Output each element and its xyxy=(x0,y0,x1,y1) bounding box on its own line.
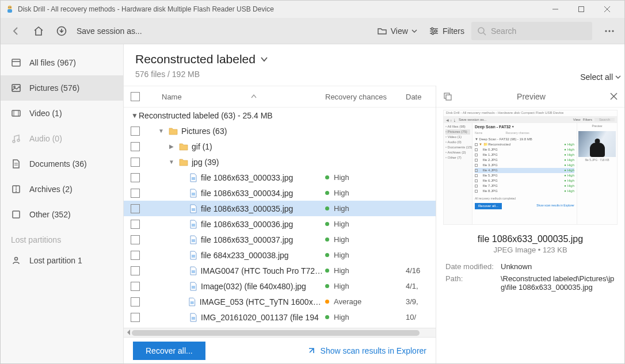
select-all-checkbox[interactable] xyxy=(131,92,140,101)
collapse-icon[interactable]: ▼ xyxy=(131,112,139,120)
sidebar-item-lostpartition1[interactable]: Lost partition 1 xyxy=(1,248,123,273)
filters-button[interactable]: Filters xyxy=(424,26,469,36)
folder-icon xyxy=(179,158,188,166)
row-checkbox[interactable] xyxy=(131,313,140,322)
more-button[interactable] xyxy=(599,21,620,41)
row-checkbox[interactable] xyxy=(131,173,140,182)
chevron-down-icon xyxy=(615,74,621,80)
expand-icon[interactable]: ▶ xyxy=(167,143,176,150)
sidebar-item-audio[interactable]: Audio (0) xyxy=(1,126,123,151)
breadcrumb-title[interactable]: Reconstructed labeled xyxy=(135,52,268,66)
preview-panel: Preview Disk Drill - All recovery method… xyxy=(436,86,624,363)
file-row[interactable]: IMAGE_053 (HTC_TyTN 1600x12... Average 3… xyxy=(124,294,436,309)
external-link-icon xyxy=(307,346,316,355)
sidebar-item-allfiles[interactable]: All files (967) xyxy=(1,50,123,75)
folder-row-gif[interactable]: ▶ gif (1) xyxy=(124,139,436,154)
file-date: 10/ xyxy=(406,313,429,321)
file-row[interactable]: file 1086x633_000034.jpg High xyxy=(124,185,436,201)
row-checkbox[interactable] xyxy=(131,142,140,151)
recovery-dot-icon xyxy=(325,191,329,195)
row-checkbox[interactable] xyxy=(131,158,140,167)
row-checkbox[interactable] xyxy=(131,235,140,244)
mini-link: Show scan results in Explorer xyxy=(536,203,574,208)
svg-rect-46 xyxy=(446,95,451,100)
show-in-explorer-link[interactable]: Show scan results in Explorer xyxy=(307,346,426,355)
other-icon xyxy=(11,209,21,220)
preview-title: Preview xyxy=(452,92,610,101)
search-input[interactable]: Search xyxy=(471,22,592,40)
folder-open-icon xyxy=(377,26,387,36)
folder-label: jpg (39) xyxy=(192,158,219,167)
recovery-dot-icon xyxy=(325,175,329,179)
mini-recover-btn: Recover all... xyxy=(475,203,502,209)
folder-row-jpg[interactable]: ▼ jpg (39) xyxy=(124,154,436,170)
file-row[interactable]: file 1086x633_000037.jpg High xyxy=(124,232,436,247)
view-dropdown[interactable]: View xyxy=(372,26,422,36)
select-all-dropdown[interactable]: Select all xyxy=(580,72,624,82)
filters-label: Filters xyxy=(443,26,464,36)
mini-sidebar: ▫ All files (98)▫ Pictures (75)▫ Video (… xyxy=(444,123,472,224)
row-checkbox[interactable] xyxy=(131,204,140,213)
save-session-button[interactable] xyxy=(51,21,72,41)
file-name: IMG_20161020_001137 (file 194 xyxy=(201,313,319,322)
svg-rect-40 xyxy=(192,255,195,258)
file-row[interactable]: IMG_20161020_001137 (file 194 High 10/ xyxy=(124,309,436,325)
row-checkbox[interactable] xyxy=(131,220,140,229)
file-row[interactable]: Image(032) (file 640x480).jpg High 4/1, xyxy=(124,278,436,294)
app-icon xyxy=(5,5,14,14)
close-preview-button[interactable] xyxy=(610,93,618,100)
svg-point-34 xyxy=(15,258,18,260)
recovery-dot-icon xyxy=(325,206,329,210)
row-checkbox[interactable] xyxy=(131,282,140,291)
recovery-label: High xyxy=(334,251,349,259)
sidebar-item-other[interactable]: Other (352) xyxy=(1,202,123,227)
file-date: 4/1, xyxy=(406,282,429,290)
svg-point-13 xyxy=(435,30,437,32)
mini-filters: Filters xyxy=(583,118,592,121)
row-checkbox[interactable] xyxy=(131,251,140,260)
maximize-button[interactable] xyxy=(568,1,594,18)
mini-toolbar: ◀ ⌂ ⭳ Save session as... View Filters Se… xyxy=(444,116,617,123)
close-button[interactable] xyxy=(594,1,620,18)
save-session-label[interactable]: Save session as... xyxy=(77,26,142,36)
file-row[interactable]: IMAG0047 (HTC Touch Pro T727... High 4/1… xyxy=(124,263,436,278)
sidebar-item-pictures[interactable]: Pictures (576) xyxy=(1,75,123,101)
col-recovery[interactable]: Recovery chances xyxy=(325,93,406,101)
recovery-label: High xyxy=(334,235,349,244)
svg-rect-38 xyxy=(192,224,195,227)
svg-rect-39 xyxy=(192,239,195,242)
file-row[interactable]: file 1086x633_000035.jpg High xyxy=(124,201,436,216)
file-name: Image(032) (file 640x480).jpg xyxy=(201,282,306,291)
recovery-label: Average xyxy=(334,297,361,306)
row-checkbox[interactable] xyxy=(131,127,140,136)
group-row[interactable]: ▼ Reconstructed labeled (63) - 25.4 MB xyxy=(124,108,436,123)
search-placeholder: Search xyxy=(491,26,516,36)
row-checkbox[interactable] xyxy=(131,297,140,306)
col-date[interactable]: Date xyxy=(406,93,429,101)
file-row[interactable]: file 1086x633_000036.jpg High xyxy=(124,216,436,232)
folder-row-pictures[interactable]: ▼ Pictures (63) xyxy=(124,123,436,139)
sidebar-item-archives[interactable]: Archives (2) xyxy=(1,177,123,202)
mini-search: Search xyxy=(594,118,615,121)
home-button[interactable] xyxy=(28,21,49,41)
file-name: IMAGE_053 (HTC_TyTN 1600x12... xyxy=(200,297,325,306)
sidebar-item-label: Video (1) xyxy=(29,109,62,118)
copy-icon[interactable] xyxy=(443,92,452,101)
svg-rect-44 xyxy=(192,317,195,320)
recovery-label: High xyxy=(334,189,349,197)
sort-indicator-icon xyxy=(251,94,257,99)
horizontal-scrollbar[interactable] xyxy=(124,328,436,337)
collapse-icon[interactable]: ▼ xyxy=(157,128,165,134)
recover-all-button[interactable]: Recover all... xyxy=(133,342,205,360)
sidebar: All files (967) Pictures (576) Video (1)… xyxy=(1,44,124,363)
row-checkbox[interactable] xyxy=(131,266,140,275)
file-row[interactable]: file 684x233_000038.jpg High xyxy=(124,247,436,263)
file-row[interactable]: file 1086x633_000033.jpg High xyxy=(124,170,436,185)
collapse-icon[interactable]: ▼ xyxy=(167,159,176,165)
sidebar-item-documents[interactable]: Documents (36) xyxy=(1,151,123,177)
minimize-button[interactable] xyxy=(542,1,568,18)
col-name[interactable]: Name xyxy=(162,93,182,101)
back-button[interactable] xyxy=(5,21,26,41)
sidebar-item-video[interactable]: Video (1) xyxy=(1,101,123,126)
row-checkbox[interactable] xyxy=(131,189,140,198)
